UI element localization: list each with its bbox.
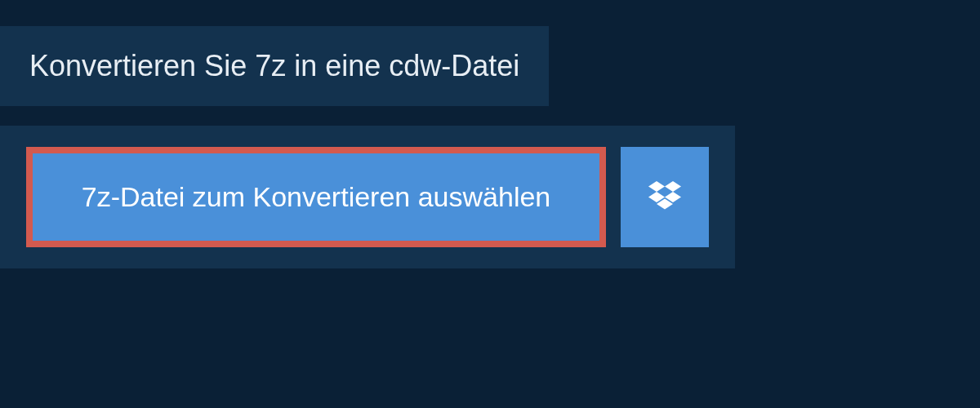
header-bar: Konvertieren Sie 7z in eine cdw-Datei <box>0 26 549 106</box>
select-file-button[interactable]: 7z-Datei zum Konvertieren auswählen <box>26 147 606 247</box>
dropbox-icon <box>648 181 681 214</box>
select-file-label: 7z-Datei zum Konvertieren auswählen <box>82 181 551 213</box>
dropbox-button[interactable] <box>621 147 709 247</box>
button-panel: 7z-Datei zum Konvertieren auswählen <box>0 126 735 268</box>
page-title: Konvertieren Sie 7z in eine cdw-Datei <box>29 49 519 83</box>
